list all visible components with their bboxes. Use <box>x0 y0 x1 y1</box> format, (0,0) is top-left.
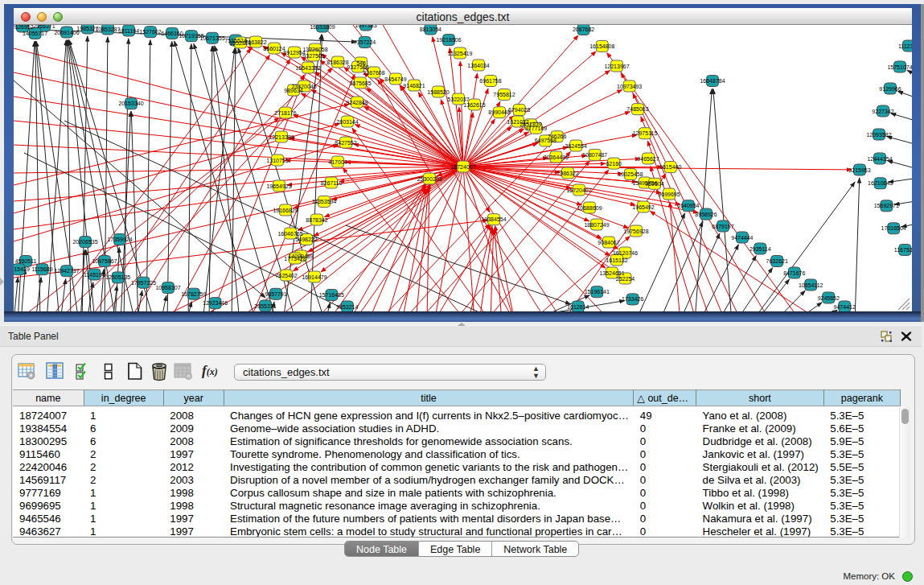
svg-text:9146821: 9146821 <box>403 83 425 89</box>
svg-text:16648784: 16648784 <box>700 78 725 84</box>
svg-text:8454749: 8454749 <box>384 76 406 82</box>
svg-text:10654112: 10654112 <box>799 282 823 288</box>
svg-text:19654923: 19654923 <box>266 183 291 189</box>
svg-text:1733426: 1733426 <box>622 296 643 302</box>
svg-text:5498222: 5498222 <box>295 237 317 242</box>
svg-text:11325419: 11325419 <box>448 51 473 56</box>
svg-text:7357224: 7357224 <box>354 39 376 45</box>
svg-text:2367608: 2367608 <box>363 70 384 76</box>
svg-text:1615132: 1615132 <box>606 257 627 263</box>
svg-text:15692971: 15692971 <box>874 203 899 208</box>
svg-text:13226058: 13226058 <box>302 47 327 52</box>
svg-text:12213389: 12213389 <box>269 134 294 140</box>
svg-text:9853214: 9853214 <box>336 304 358 310</box>
svg-text:8958926: 8958926 <box>695 212 717 217</box>
svg-text:20691406: 20691406 <box>54 30 79 35</box>
svg-text:417004: 417004 <box>328 159 347 165</box>
svg-text:20206535: 20206535 <box>72 239 97 245</box>
svg-text:9327506: 9327506 <box>302 53 324 59</box>
svg-text:8427552: 8427552 <box>335 140 356 146</box>
svg-text:1112384: 1112384 <box>898 43 912 49</box>
svg-text:12444154: 12444154 <box>867 156 892 162</box>
svg-text:10958107: 10958107 <box>155 285 180 290</box>
svg-text:9242848: 9242848 <box>346 100 368 105</box>
svg-text:8990448: 8990448 <box>488 109 510 115</box>
svg-text:4550511: 4550511 <box>15 258 37 264</box>
svg-text:3215953: 3215953 <box>848 167 870 173</box>
svg-text:19218506: 19218506 <box>436 37 461 43</box>
svg-text:6497568: 6497568 <box>535 138 556 143</box>
svg-text:9777169: 9777169 <box>525 126 547 131</box>
svg-text:15196141: 15196141 <box>585 289 610 295</box>
svg-text:9857791: 9857791 <box>265 291 286 297</box>
svg-text:7986322: 7986322 <box>556 171 578 176</box>
svg-text:16033809: 16033809 <box>310 25 335 30</box>
svg-text:1640954: 1640954 <box>677 203 699 208</box>
svg-text:1773428: 1773428 <box>284 256 306 262</box>
svg-text:18807249: 18807249 <box>584 222 609 228</box>
svg-text:12093582: 12093582 <box>866 132 891 138</box>
svg-text:9245652: 9245652 <box>818 295 840 301</box>
svg-text:17016504: 17016504 <box>881 225 906 231</box>
svg-text:9615440: 9615440 <box>659 164 681 170</box>
svg-text:2718176: 2718176 <box>274 110 296 116</box>
svg-text:959504: 959504 <box>645 181 663 187</box>
svg-text:19384554: 19384554 <box>481 216 506 222</box>
svg-text:16914479: 16914479 <box>302 274 326 280</box>
svg-text:12975115: 12975115 <box>633 130 658 136</box>
svg-text:14055717: 14055717 <box>23 31 47 36</box>
svg-text:989634: 989634 <box>284 88 302 93</box>
svg-text:9227342: 9227342 <box>872 109 893 114</box>
svg-text:17957225: 17957225 <box>131 280 156 286</box>
svg-text:6879197: 6879197 <box>712 224 733 229</box>
svg-text:9699695: 9699695 <box>658 192 680 197</box>
svg-text:12213967: 12213967 <box>604 64 629 69</box>
svg-text:2055371: 2055371 <box>254 303 276 309</box>
svg-text:9465627: 9465627 <box>637 156 659 162</box>
svg-text:6794028: 6794028 <box>508 107 530 113</box>
svg-text:9327508: 9327508 <box>347 64 368 70</box>
svg-text:25300203: 25300203 <box>417 176 441 182</box>
svg-text:12942737: 12942737 <box>54 268 79 274</box>
svg-text:16154808: 16154808 <box>589 43 614 49</box>
svg-text:8267110: 8267110 <box>321 180 343 186</box>
svg-text:1097383: 1097383 <box>355 25 376 28</box>
svg-text:2087682: 2087682 <box>573 27 594 32</box>
svg-text:10688609: 10688609 <box>577 205 602 211</box>
svg-text:7663822: 7663822 <box>244 39 266 45</box>
svg-text:10973493: 10973493 <box>617 84 642 89</box>
svg-text:16782759: 16782759 <box>181 291 206 297</box>
svg-text:3624554: 3624554 <box>565 143 587 149</box>
svg-text:1115689: 1115689 <box>31 266 52 272</box>
svg-text:2626952: 2626952 <box>14 25 34 30</box>
svg-text:1527602: 1527602 <box>139 29 161 35</box>
svg-text:15716485: 15716485 <box>319 292 344 298</box>
svg-text:8813054: 8813054 <box>420 27 441 32</box>
svg-text:8878342: 8878342 <box>306 217 327 223</box>
svg-text:7485063: 7485063 <box>626 106 648 112</box>
svg-text:12923446: 12923446 <box>203 300 228 306</box>
svg-text:1167533: 1167533 <box>894 247 912 253</box>
svg-text:10853287: 10853287 <box>95 27 120 32</box>
svg-text:20153340: 20153340 <box>118 101 143 106</box>
svg-text:10807487: 10807487 <box>582 152 607 158</box>
svg-text:8660124: 8660124 <box>263 46 285 51</box>
svg-text:9084067: 9084067 <box>598 240 619 245</box>
svg-text:9474444: 9474444 <box>731 235 753 241</box>
svg-text:1588520: 1588520 <box>427 89 449 95</box>
svg-text:1362615: 1362615 <box>463 102 485 108</box>
svg-text:16543382: 16543382 <box>295 65 320 71</box>
svg-text:19166829: 19166829 <box>273 208 298 213</box>
svg-text:13524651: 13524651 <box>599 270 624 276</box>
svg-text:19756928: 19756928 <box>623 229 648 234</box>
svg-text:62160: 62160 <box>606 161 622 167</box>
svg-text:16210643: 16210643 <box>868 180 893 186</box>
svg-text:252254: 252254 <box>616 276 634 282</box>
svg-text:18724007: 18724007 <box>450 164 475 170</box>
svg-text:1612614: 1612614 <box>567 304 589 310</box>
svg-text:20364436: 20364436 <box>544 154 569 160</box>
svg-text:8186328: 8186328 <box>326 60 348 65</box>
svg-text:2803144: 2803144 <box>336 119 358 125</box>
svg-text:2055371: 2055371 <box>33 25 55 29</box>
svg-text:15751074: 15751074 <box>887 64 912 70</box>
